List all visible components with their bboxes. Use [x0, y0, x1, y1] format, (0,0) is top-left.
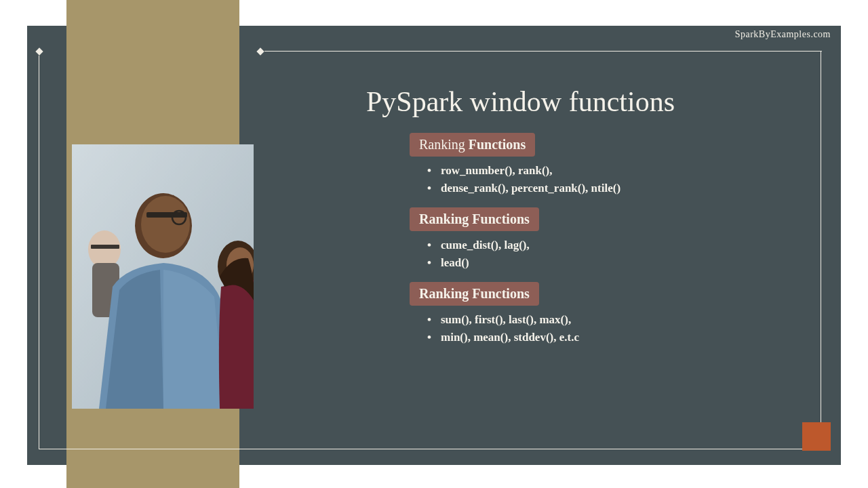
border-line-right [821, 52, 821, 449]
list-item: cume_dist(), lag(), [427, 237, 620, 254]
section-3: Ranking Functions sum(), first(), last()… [410, 282, 620, 346]
border-line-bottom [39, 449, 821, 449]
svg-point-2 [88, 230, 121, 268]
content-area: Ranking Functions row_number(), rank(), … [410, 133, 620, 357]
svg-rect-7 [146, 212, 187, 218]
section-3-list: sum(), first(), last(), max(), min(), me… [427, 311, 620, 346]
list-item: lead() [427, 254, 620, 272]
svg-rect-4 [91, 245, 119, 249]
accent-square [802, 422, 831, 451]
list-item: row_number(), rank(), [427, 162, 620, 180]
border-line-left [39, 56, 39, 449]
section-1-list: row_number(), rank(), dense_rank(), perc… [427, 162, 620, 197]
section-2: Ranking Functions cume_dist(), lag(), le… [410, 207, 620, 271]
list-item: min(), mean(), stddev(), e.t.c [427, 329, 620, 346]
section-2-list: cume_dist(), lag(), lead() [427, 237, 620, 271]
border-line-top [264, 51, 822, 52]
svg-point-6 [141, 196, 190, 253]
list-item: dense_rank(), percent_rank(), ntile() [427, 180, 620, 197]
header-site-label: SparkByExamples.com [735, 29, 831, 40]
section-1-heading: Ranking Functions [410, 133, 535, 157]
section-1: Ranking Functions row_number(), rank(), … [410, 133, 620, 197]
section-3-heading: Ranking Functions [410, 282, 539, 306]
list-item: sum(), first(), last(), max(), [427, 311, 620, 329]
decorative-photo [72, 144, 254, 409]
slide-title: PySpark window functions [366, 85, 675, 118]
section-2-heading: Ranking Functions [410, 207, 539, 231]
